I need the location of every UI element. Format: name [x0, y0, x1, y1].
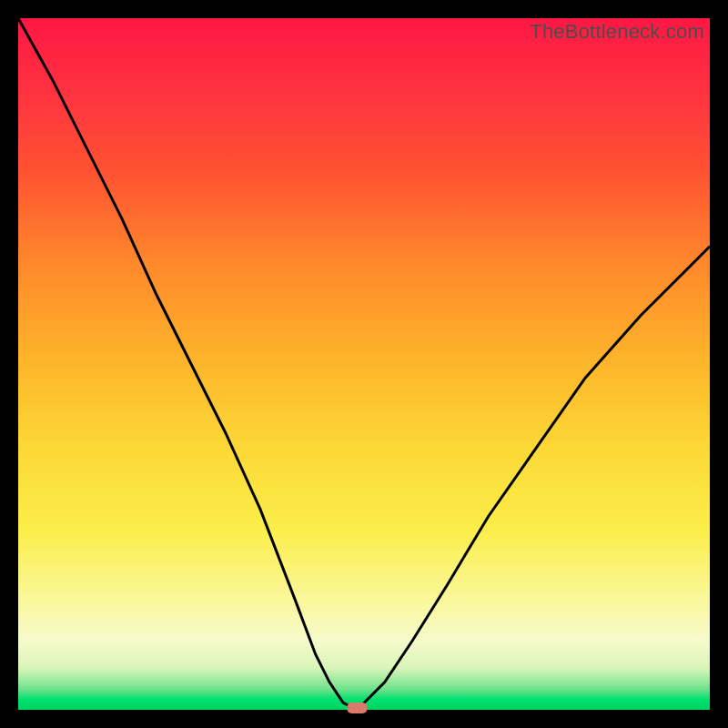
chart-container: TheBottleneck.com [0, 0, 728, 728]
plot-area: TheBottleneck.com [18, 18, 710, 710]
bottleneck-curve-path [18, 18, 710, 710]
optimal-point-marker [347, 703, 367, 713]
bottleneck-curve-svg [18, 18, 710, 710]
